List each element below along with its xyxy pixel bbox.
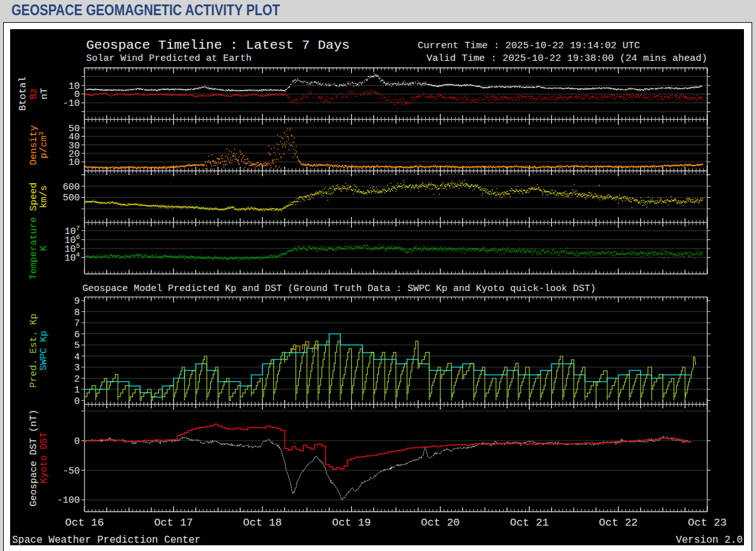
svg-text:Oct 19: Oct 19	[332, 517, 371, 529]
svg-text:km/s: km/s	[39, 185, 49, 208]
svg-text:K: K	[39, 245, 49, 251]
svg-text:Oct 16: Oct 16	[65, 517, 104, 529]
svg-text:Oct 22: Oct 22	[599, 517, 637, 529]
svg-text:0: 0	[74, 436, 80, 447]
svg-text:9: 9	[74, 296, 80, 307]
svg-text:Geospace Timeline : Latest 7 D: Geospace Timeline : Latest 7 Days	[86, 38, 350, 53]
svg-text:Density: Density	[29, 125, 39, 165]
svg-text:Temperature: Temperature	[29, 217, 39, 280]
svg-text:Oct 18: Oct 18	[243, 517, 282, 529]
svg-text:5: 5	[74, 340, 80, 351]
svg-text:1: 1	[74, 385, 80, 396]
svg-text:500: 500	[63, 193, 80, 204]
svg-text:-50: -50	[63, 466, 80, 477]
svg-text:Oct 21: Oct 21	[510, 517, 549, 529]
svg-text:Bz: Bz	[29, 88, 39, 100]
svg-text:Space Weather Prediction Cente: Space Weather Prediction Center	[12, 535, 201, 546]
svg-text:Geospace Model Predicted Kp an: Geospace Model Predicted Kp and DST (Gro…	[82, 283, 596, 294]
svg-text:Oct 23: Oct 23	[688, 517, 726, 529]
svg-text:0: 0	[74, 396, 80, 407]
svg-text:Kyoto DST: Kyoto DST	[39, 432, 49, 484]
svg-text:SWPC Kp: SWPC Kp	[39, 330, 49, 370]
svg-text:Current Time : 2025-10-22 19:1: Current Time : 2025-10-22 19:14:02 UTC	[418, 40, 640, 51]
svg-text:8: 8	[74, 308, 80, 318]
svg-text:4: 4	[74, 352, 80, 363]
svg-text:Geospace DST (nT): Geospace DST (nT)	[29, 410, 39, 507]
svg-text:Btotal: Btotal	[18, 77, 29, 111]
svg-text:104: 104	[65, 251, 80, 264]
svg-text:nT: nT	[39, 88, 50, 100]
svg-text:600: 600	[63, 182, 80, 193]
svg-text:6: 6	[74, 330, 80, 340]
svg-text:Version 2.0: Version 2.0	[676, 535, 743, 546]
svg-text:-10: -10	[63, 98, 80, 109]
svg-text:2: 2	[74, 374, 80, 385]
svg-text:Valid Time : 2025-10-22 19:38:: Valid Time : 2025-10-22 19:38:00 (24 min…	[426, 53, 707, 64]
svg-text:10: 10	[68, 157, 80, 168]
svg-text:Speed: Speed	[29, 183, 39, 211]
svg-text:Solar Wind Predicted at Earth: Solar Wind Predicted at Earth	[86, 53, 252, 64]
svg-text:Oct 20: Oct 20	[421, 517, 459, 529]
svg-text:Oct 17: Oct 17	[154, 517, 193, 529]
svg-text:-100: -100	[57, 495, 80, 506]
svg-text:3: 3	[74, 363, 80, 373]
svg-text:7: 7	[74, 318, 80, 329]
svg-text:Pred. Est. Kp: Pred. Est. Kp	[29, 313, 39, 387]
svg-text:p/cm3: p/cm3	[37, 132, 49, 159]
